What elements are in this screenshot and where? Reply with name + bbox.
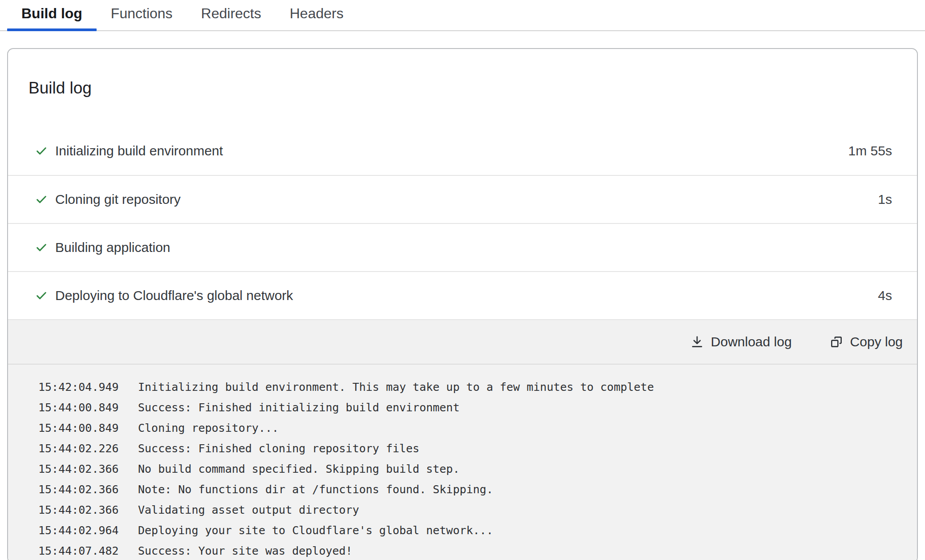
- log-message: No build command specified. Skipping bui…: [138, 459, 459, 479]
- log-message: Success: Finished cloning repository fil…: [138, 438, 419, 459]
- log-message: Deploying your site to Cloudflare's glob…: [138, 520, 493, 541]
- step-duration: 1m 55s: [848, 143, 892, 158]
- check-icon: [35, 241, 48, 254]
- log-message: Initializing build environment. This may…: [138, 377, 654, 398]
- log-timestamp: 15:44:02.366: [38, 500, 121, 520]
- log-line: 15:42:04.949 Initializing build environm…: [38, 377, 899, 398]
- step-label: Deploying to Cloudflare's global network: [55, 288, 878, 303]
- log-message: Success: Finished initializing build env…: [138, 398, 459, 418]
- log-message: Validating asset output directory: [138, 500, 359, 520]
- log-line: 15:44:02.964 Deploying your site to Clou…: [38, 520, 899, 541]
- tab-headers[interactable]: Headers: [276, 0, 358, 30]
- tab-build-log[interactable]: Build log: [7, 0, 97, 30]
- log-timestamp: 15:44:02.226: [38, 438, 121, 459]
- download-log-label: Download log: [711, 334, 792, 349]
- check-icon: [35, 289, 48, 302]
- log-line: 15:44:02.366 No build command specified.…: [38, 459, 899, 479]
- check-icon: [35, 144, 48, 158]
- log-timestamp: 15:44:02.366: [38, 459, 121, 479]
- build-step-clone[interactable]: Cloning git repository 1s: [8, 175, 917, 223]
- log-message: Note: No functions dir at /functions fou…: [138, 479, 493, 500]
- copy-log-button[interactable]: Copy log: [829, 334, 903, 349]
- step-label: Initializing build environment: [55, 143, 848, 158]
- tab-redirects[interactable]: Redirects: [187, 0, 276, 30]
- log-line: 15:44:02.366 Validating asset output dir…: [38, 500, 899, 520]
- build-log-card: Build log Initializing build environment…: [7, 48, 918, 560]
- build-step-initialize[interactable]: Initializing build environment 1m 55s: [8, 127, 917, 175]
- log-timestamp: 15:42:04.949: [38, 377, 121, 398]
- log-output[interactable]: 15:42:04.949 Initializing build environm…: [8, 364, 917, 560]
- tab-bar: Build log Functions Redirects Headers: [0, 0, 925, 31]
- copy-icon: [829, 335, 844, 349]
- step-duration: 1s: [878, 192, 892, 207]
- step-label: Building application: [55, 240, 892, 255]
- log-message: Success: Your site was deployed!: [138, 541, 353, 560]
- build-step-build[interactable]: Building application: [8, 223, 917, 271]
- log-message: Cloning repository...: [138, 418, 279, 438]
- log-timestamp: 15:44:02.964: [38, 520, 121, 541]
- download-icon: [690, 335, 704, 349]
- log-line: 15:44:00.849 Success: Finished initializ…: [38, 398, 899, 418]
- download-log-button[interactable]: Download log: [690, 334, 792, 349]
- log-timestamp: 15:44:00.849: [38, 398, 121, 418]
- log-line: 15:44:00.849 Cloning repository...: [38, 418, 899, 438]
- log-timestamp: 15:44:07.482: [38, 541, 121, 560]
- log-line: 15:44:02.226 Success: Finished cloning r…: [38, 438, 899, 459]
- log-line: 15:44:07.482 Success: Your site was depl…: [38, 541, 899, 560]
- tab-functions[interactable]: Functions: [97, 0, 187, 30]
- step-label: Cloning git repository: [55, 192, 878, 207]
- log-timestamp: 15:44:00.849: [38, 418, 121, 438]
- build-step-deploy[interactable]: Deploying to Cloudflare's global network…: [8, 271, 917, 319]
- card-header: Build log: [8, 49, 917, 127]
- step-duration: 4s: [878, 288, 892, 303]
- log-toolbar: Download log Copy log: [8, 319, 917, 364]
- check-icon: [35, 193, 48, 206]
- page-title: Build log: [28, 79, 92, 97]
- copy-log-label: Copy log: [850, 334, 903, 349]
- log-line: 15:44:02.366 Note: No functions dir at /…: [38, 479, 899, 500]
- log-timestamp: 15:44:02.366: [38, 479, 121, 500]
